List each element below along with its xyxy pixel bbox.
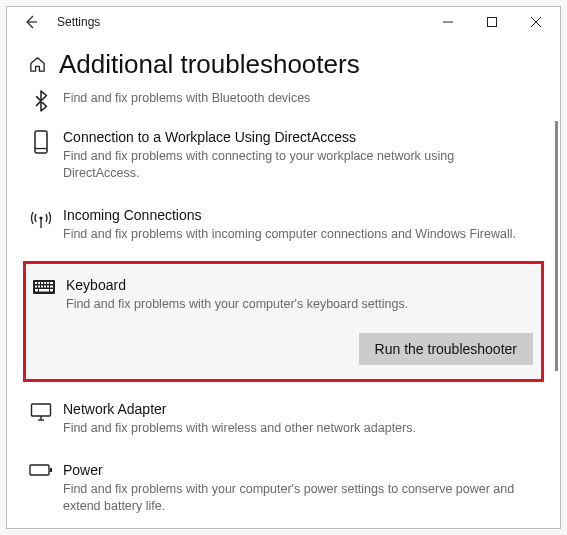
item-incoming[interactable]: Incoming Connections Find and fix proble… bbox=[23, 196, 544, 257]
back-arrow-icon bbox=[23, 14, 39, 30]
keyboard-icon bbox=[28, 276, 60, 296]
item-desc: Find and fix problems with Bluetooth dev… bbox=[63, 90, 310, 107]
run-button-row: Run the troubleshooter bbox=[26, 319, 541, 379]
battery-icon bbox=[25, 461, 57, 477]
titlebar: Settings bbox=[7, 7, 560, 37]
item-title: Incoming Connections bbox=[63, 206, 516, 224]
svg-rect-25 bbox=[32, 404, 51, 416]
svg-rect-19 bbox=[44, 286, 46, 288]
item-keyboard[interactable]: Keyboard Find and fix problems with your… bbox=[26, 264, 541, 319]
svg-rect-21 bbox=[50, 286, 53, 288]
item-title: Power bbox=[63, 461, 534, 479]
svg-rect-2 bbox=[488, 18, 497, 27]
content-area: Bluetooth Find and fix problems with Blu… bbox=[7, 88, 560, 528]
item-power[interactable]: Power Find and fix problems with your co… bbox=[23, 451, 544, 528]
minimize-icon bbox=[443, 17, 453, 27]
item-desc: Find and fix problems with your computer… bbox=[63, 481, 534, 515]
close-icon bbox=[531, 17, 541, 27]
home-icon bbox=[28, 55, 47, 74]
svg-rect-22 bbox=[35, 289, 38, 292]
item-network[interactable]: Network Adapter Find and fix problems wi… bbox=[23, 390, 544, 451]
svg-rect-23 bbox=[39, 289, 49, 292]
svg-rect-12 bbox=[41, 282, 43, 284]
back-button[interactable] bbox=[9, 7, 53, 37]
svg-rect-13 bbox=[44, 282, 46, 284]
item-desc: Find and fix problems with your computer… bbox=[66, 296, 408, 313]
svg-rect-20 bbox=[47, 286, 49, 288]
item-desc: Find and fix problems with connecting to… bbox=[63, 148, 534, 182]
minimize-button[interactable] bbox=[426, 7, 470, 37]
item-bluetooth[interactable]: Bluetooth Find and fix problems with Blu… bbox=[23, 88, 544, 118]
svg-rect-10 bbox=[35, 282, 37, 284]
bluetooth-icon bbox=[25, 88, 57, 112]
svg-rect-28 bbox=[30, 465, 49, 475]
home-button[interactable] bbox=[25, 53, 49, 77]
close-button[interactable] bbox=[514, 7, 558, 37]
svg-rect-16 bbox=[35, 286, 37, 288]
monitor-icon bbox=[25, 400, 57, 422]
svg-rect-17 bbox=[38, 286, 40, 288]
svg-rect-11 bbox=[38, 282, 40, 284]
svg-rect-5 bbox=[35, 131, 47, 153]
item-directaccess[interactable]: Connection to a Workplace Using DirectAc… bbox=[23, 118, 544, 196]
maximize-icon bbox=[487, 17, 497, 27]
item-title: Network Adapter bbox=[63, 400, 416, 418]
settings-window: Settings Additional troubleshooters bbox=[6, 6, 561, 529]
phone-icon bbox=[25, 128, 57, 154]
svg-rect-18 bbox=[41, 286, 43, 288]
svg-rect-29 bbox=[50, 468, 52, 472]
scrollbar-thumb[interactable] bbox=[555, 121, 558, 371]
item-desc: Find and fix problems with wireless and … bbox=[63, 420, 416, 437]
svg-rect-24 bbox=[50, 289, 53, 292]
page-header: Additional troubleshooters bbox=[7, 37, 560, 88]
item-title: Connection to a Workplace Using DirectAc… bbox=[63, 128, 534, 146]
page-title: Additional troubleshooters bbox=[59, 49, 360, 80]
window-title: Settings bbox=[53, 15, 100, 29]
troubleshooter-list: Bluetooth Find and fix problems with Blu… bbox=[7, 88, 560, 528]
svg-rect-14 bbox=[47, 282, 49, 284]
highlight-box: Keyboard Find and fix problems with your… bbox=[23, 261, 544, 382]
item-desc: Find and fix problems with incoming comp… bbox=[63, 226, 516, 243]
antenna-icon bbox=[25, 206, 57, 230]
item-title: Keyboard bbox=[66, 276, 408, 294]
svg-rect-15 bbox=[50, 282, 53, 284]
run-troubleshooter-button[interactable]: Run the troubleshooter bbox=[359, 333, 533, 365]
maximize-button[interactable] bbox=[470, 7, 514, 37]
